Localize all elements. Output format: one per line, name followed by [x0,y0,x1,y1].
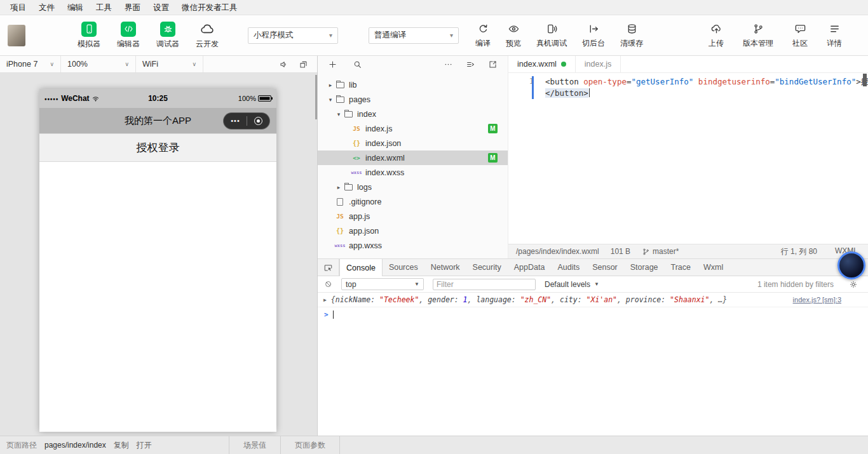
speaker-icon[interactable] [279,60,288,69]
mode-select[interactable]: 小程序模式 ▾ [248,27,338,44]
file-path-label: /pages/index/index.wxml [516,247,599,256]
wxml-file-icon: <> [351,154,362,161]
tree-item-.gitignore[interactable]: .gitignore [318,194,508,209]
tab-index-wxml[interactable]: index.wxml [508,56,576,72]
console-source-link[interactable]: index.js? [sm]:3 [793,296,841,304]
devtools-tab-console[interactable]: Console [339,259,383,276]
unsaved-dot-icon [561,62,566,67]
toolbar-details-button[interactable]: 详情 [817,22,851,49]
main-toolbar: 模拟器编辑器调试器云开发 小程序模式 ▾ 普通编译 ▾ 编译预览真机调试切后台清… [0,15,868,56]
toolbar-upload-button[interactable]: 上传 [699,22,733,49]
menu-item-4[interactable]: 界面 [118,0,147,15]
file-explorer: ▸lib▾pages▾indexJSindex.jsM{}index.json<… [318,56,508,258]
wifi-icon [92,95,100,103]
auth-login-button[interactable]: 授权登录 [39,133,276,162]
tree-item-index.wxss[interactable]: wxssindex.wxss [318,165,508,180]
copy-path-button[interactable]: 复制 [114,440,129,451]
menu-item-3[interactable]: 工具 [90,0,118,15]
menu-item-1[interactable]: 文件 [32,0,61,15]
tab-index-js[interactable]: index.js [576,56,621,72]
devtools-tab-sensor[interactable]: Sensor [586,259,624,276]
menu-item-2[interactable]: 编辑 [61,0,90,15]
log-levels-select[interactable]: Default levels ▼ [545,280,599,289]
toolbar-cloud-dev-button[interactable]: 云开发 [193,22,221,50]
git-branch[interactable]: master* [642,247,679,256]
frame-context-select[interactable]: top ▼ [341,278,424,290]
tree-item-app.js[interactable]: JSapp.js [318,209,508,224]
devtools-tab-storage[interactable]: Storage [624,259,665,276]
simulator-scrollbar[interactable] [315,75,317,119]
toolbar-clear-cache-button[interactable]: 清缓存 [613,22,651,49]
console-log-row[interactable]: ▶ {nickName: "Techeek", gender: 1, langu… [318,293,868,307]
network-select[interactable]: WiFi ∨ [136,56,203,72]
devtools-tab-sources[interactable]: Sources [383,259,424,276]
tree-item-logs[interactable]: ▸logs [318,180,508,194]
preview-icon [508,22,520,36]
floating-avatar[interactable] [837,251,865,279]
device-select[interactable]: iPhone 7 ∨ [0,56,61,72]
rotate-device-icon[interactable] [299,60,308,69]
devtools-tab-trace[interactable]: Trace [665,259,698,276]
clear-console-icon[interactable] [324,280,332,288]
search-icon[interactable] [353,60,362,69]
network-select-value: WiFi [142,60,158,69]
phone-page: 授权登录 [39,133,276,432]
signal-dots: ●●●●● [44,97,58,101]
tree-item-pages[interactable]: ▾pages [318,92,508,107]
menu-item-0[interactable]: 项目 [4,0,32,15]
object-preview: {nickName: "Techeek", gender: 1, languag… [331,295,727,304]
modified-badge: M [488,153,498,163]
console-filter-input[interactable] [433,279,536,290]
tree-item-index[interactable]: ▾index [318,107,508,121]
tree-item-app.wxss[interactable]: wxssapp.wxss [318,238,508,253]
toolbar-compile-button[interactable]: 编译 [468,22,498,49]
inspect-icon [323,263,333,272]
file-size-label: 101 B [611,247,630,256]
code-lines: <button open-type="getUserInfo" bindgetu… [545,76,868,99]
toolbar-preview-button[interactable]: 预览 [498,22,529,49]
menu-item-6[interactable]: 微信开发者工具 [175,0,244,15]
devtools-tab-wxml[interactable]: Wxml [697,259,729,276]
gear-icon[interactable] [849,280,858,289]
tree-item-app.json[interactable]: {}app.json [318,224,508,238]
zoom-select[interactable]: 100% ∨ [61,56,136,72]
more-menu-button[interactable]: ••• [231,117,240,124]
user-avatar[interactable] [8,25,25,46]
tree-item-index.js[interactable]: JSindex.jsM [318,121,508,136]
toolbar-simulator-button[interactable]: 模拟器 [75,22,103,50]
tree-item-index.wxml[interactable]: <>index.wxmlM [318,150,508,165]
devtools-tab-security[interactable]: Security [466,259,508,276]
devtools-tab-audits[interactable]: Audits [551,259,586,276]
toolbar-community-button[interactable]: 社区 [783,22,817,49]
page-params-cell[interactable]: 页面参数 [280,436,340,454]
js-file-icon: JS [351,125,362,132]
toolbar-switch-background-button[interactable]: 切后台 [574,22,613,49]
toolbar-remote-debug-button[interactable]: 真机调试 [529,22,574,49]
more-icon[interactable] [444,60,453,69]
exit-circle-button[interactable] [254,117,262,125]
scene-value-cell[interactable]: 场景值 [229,436,280,454]
toolbar-debugger-button[interactable]: 调试器 [154,22,182,50]
toolbar-version-control-button[interactable]: 版本管理 [733,22,783,49]
inspect-element-button[interactable] [318,259,339,276]
toolbar-big-buttons: 模拟器编辑器调试器云开发 [75,22,221,50]
tree-item-index.json[interactable]: {}index.json [318,136,508,150]
devtools-tab-appdata[interactable]: AppData [508,259,552,276]
code-area[interactable]: 1 <button open-type="getUserInfo" bindge… [508,73,868,243]
menu-item-5[interactable]: 设置 [147,0,175,15]
compile-mode-select[interactable]: 普通编译 ▾ [369,27,459,44]
collapse-all-icon[interactable] [488,60,498,69]
open-path-button[interactable]: 打开 [137,440,152,451]
frame-context-value: top [346,280,356,289]
console-prompt[interactable]: > [318,307,868,322]
tree-item-lib[interactable]: ▸lib [318,77,508,92]
devtools-tab-network[interactable]: Network [424,259,466,276]
open-files-icon[interactable] [466,60,475,69]
toolbar-editor-button[interactable]: 编辑器 [114,22,142,50]
expand-triangle-icon[interactable]: ▶ [323,297,327,303]
console-toolbar: top ▼ Default levels ▼ 1 item hidden by … [318,276,868,293]
new-file-icon[interactable] [328,60,337,69]
line-number: 1 [515,77,534,86]
prompt-chevron-icon: > [324,310,329,319]
editor-scrollbar[interactable] [862,73,868,243]
